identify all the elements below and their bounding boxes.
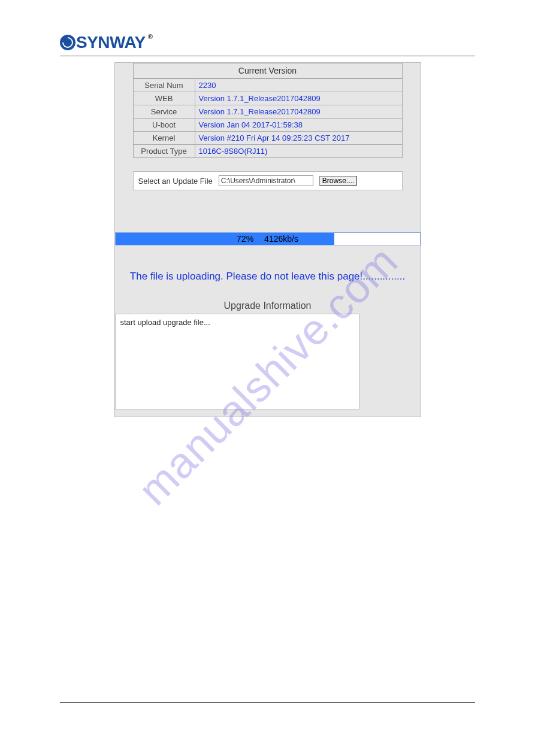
upgrade-panel: Current Version Serial Num 2230 WEB Vers… [114, 62, 421, 417]
footer-divider [60, 702, 475, 703]
row-value: Version 1.7.1_Release2017042809 [195, 92, 402, 105]
header-divider [60, 56, 475, 56]
table-row: Service Version 1.7.1_Release2017042809 [133, 105, 402, 119]
row-label: U-boot [133, 119, 195, 132]
row-label: Serial Num [133, 79, 195, 92]
browse-button[interactable]: Browse.... [319, 176, 357, 186]
select-file-label: Select an Update File [138, 177, 213, 186]
row-label: WEB [133, 92, 195, 105]
select-file-row: Select an Update File C:\Users\Administr… [133, 171, 403, 190]
logo: SYNWAY ® [60, 33, 475, 52]
logo-mark-icon [60, 35, 75, 50]
progress-percent: 72% [237, 234, 253, 244]
table-row: WEB Version 1.7.1_Release2017042809 [133, 92, 402, 105]
upload-status-message: The file is uploading. Please do not lea… [120, 271, 416, 283]
version-table: Current Version Serial Num 2230 WEB Vers… [133, 63, 403, 158]
row-value: 2230 [195, 79, 402, 92]
row-label: Kernel [133, 132, 195, 145]
row-value: Version 1.7.1_Release2017042809 [195, 105, 402, 119]
table-row: Product Type 1016C-8S8O(RJ11) [133, 145, 402, 158]
progress-bar: 72% 4126kb/s [115, 232, 421, 245]
table-row: U-boot Version Jan 04 2017-01:59:38 [133, 119, 402, 132]
row-label: Service [133, 105, 195, 119]
row-value: 1016C-8S8O(RJ11) [195, 145, 402, 158]
table-row: Serial Num 2230 [133, 79, 402, 92]
upgrade-log[interactable] [115, 314, 359, 409]
upgrade-info-title: Upgrade Information [115, 300, 421, 311]
version-table-title: Current Version [133, 63, 403, 78]
row-label: Product Type [133, 145, 195, 158]
table-row: Kernel Version #210 Fri Apr 14 09:25:23 … [133, 132, 402, 145]
registered-icon: ® [148, 33, 153, 40]
row-value: Version Jan 04 2017-01:59:38 [195, 119, 402, 132]
file-path-input[interactable]: C:\Users\Administrator\ [219, 175, 313, 186]
progress-speed: 4126kb/s [264, 234, 298, 244]
row-value: Version #210 Fri Apr 14 09:25:23 CST 201… [195, 132, 402, 145]
